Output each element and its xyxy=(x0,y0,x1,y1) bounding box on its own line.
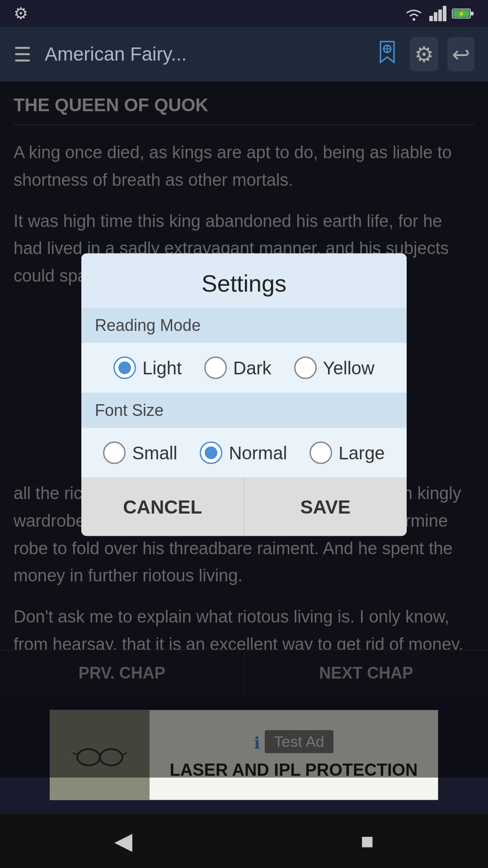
book-title: American Fairy... xyxy=(45,43,360,65)
reading-mode-options: Light Dark Yellow xyxy=(81,343,407,393)
content-area: THE QUEEN OF QUOK A king once died, as k… xyxy=(0,81,488,778)
reading-mode-label: Reading Mode xyxy=(81,308,407,343)
status-bar: ⚙ ⚡ xyxy=(0,0,488,27)
status-bar-left: ⚙ xyxy=(14,4,28,23)
cancel-button[interactable]: CANCEL xyxy=(81,478,244,536)
radio-small-circle xyxy=(103,442,126,464)
reading-mode-light[interactable]: Light xyxy=(113,357,182,379)
svg-rect-1 xyxy=(429,16,433,21)
signal-icon xyxy=(429,6,446,21)
font-size-small[interactable]: Small xyxy=(103,442,177,464)
svg-rect-4 xyxy=(443,6,446,21)
nav-icons: ⚙ ↩ xyxy=(374,36,474,73)
save-button[interactable]: SAVE xyxy=(244,478,407,536)
dialog-buttons: CANCEL SAVE xyxy=(81,478,407,536)
font-size-options: Small Normal Large xyxy=(81,428,407,478)
system-nav: ◀ ■ xyxy=(0,814,488,868)
reading-mode-yellow[interactable]: Yellow xyxy=(294,357,375,379)
svg-text:⚡: ⚡ xyxy=(458,10,465,18)
reading-mode-dark[interactable]: Dark xyxy=(204,357,271,379)
menu-icon[interactable]: ☰ xyxy=(14,43,31,66)
font-size-label: Font Size xyxy=(81,393,407,428)
settings-status-icon: ⚙ xyxy=(14,4,28,23)
radio-dark-label: Dark xyxy=(233,358,271,378)
system-back-button[interactable]: ◀ xyxy=(114,827,132,854)
radio-light-label: Light xyxy=(142,358,182,378)
top-nav: ☰ American Fairy... ⚙ ↩ xyxy=(0,27,488,81)
battery-icon: ⚡ xyxy=(452,7,474,20)
radio-small-label: Small xyxy=(132,443,177,463)
bookmark-icon[interactable] xyxy=(374,36,401,73)
svg-rect-2 xyxy=(434,12,437,21)
svg-rect-7 xyxy=(471,12,474,15)
radio-large-label: Large xyxy=(338,443,385,463)
svg-rect-3 xyxy=(438,9,442,21)
system-home-button[interactable]: ■ xyxy=(361,829,374,854)
back-icon[interactable]: ↩ xyxy=(447,37,474,71)
radio-large-circle xyxy=(310,442,332,464)
dialog-title: Settings xyxy=(81,254,407,308)
font-size-normal[interactable]: Normal xyxy=(200,442,287,464)
radio-yellow-circle xyxy=(294,357,317,379)
status-bar-right: ⚡ xyxy=(404,6,474,21)
wifi-icon xyxy=(404,6,424,21)
radio-normal-circle xyxy=(200,442,222,464)
settings-icon[interactable]: ⚙ xyxy=(410,37,438,71)
radio-yellow-label: Yellow xyxy=(323,358,375,378)
font-size-large[interactable]: Large xyxy=(310,442,385,464)
radio-normal-label: Normal xyxy=(229,443,287,463)
radio-dark-circle xyxy=(204,357,227,379)
radio-light-circle xyxy=(113,357,136,379)
svg-point-0 xyxy=(413,18,415,21)
settings-dialog: Settings Reading Mode Light Dark Yellow … xyxy=(81,254,407,536)
